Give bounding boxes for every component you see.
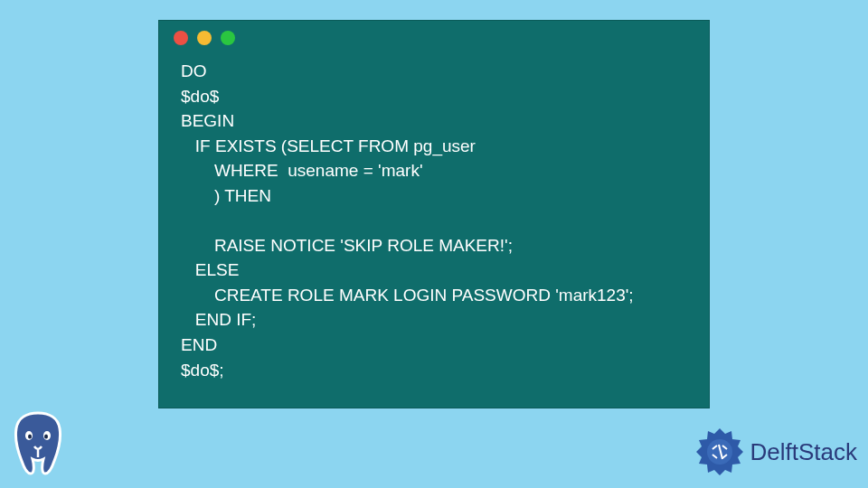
delftstack-badge-icon — [694, 427, 745, 477]
maximize-icon — [221, 31, 235, 45]
brand-name: DelftStack — [750, 438, 858, 466]
code-line: END IF; — [181, 310, 256, 329]
svg-point-2 — [28, 435, 32, 439]
code-line: CREATE ROLE MARK LOGIN PASSWORD 'mark123… — [181, 286, 634, 305]
code-line: IF EXISTS (SELECT FROM pg_user — [181, 136, 476, 155]
code-line: $do$; — [181, 361, 224, 380]
code-block: DO $do$ BEGIN IF EXISTS (SELECT FROM pg_… — [159, 55, 709, 382]
delftstack-logo: DelftStack — [694, 427, 858, 477]
code-line: ) THEN — [181, 186, 271, 205]
code-line: BEGIN — [181, 111, 234, 130]
window-titlebar — [159, 21, 709, 55]
terminal-window: DO $do$ BEGIN IF EXISTS (SELECT FROM pg_… — [158, 20, 710, 408]
code-line: END — [181, 335, 217, 354]
code-line: ELSE — [181, 260, 239, 279]
close-icon — [174, 31, 188, 45]
minimize-icon — [197, 31, 212, 45]
code-line: RAISE NOTICE 'SKIP ROLE MAKER!'; — [181, 236, 513, 255]
postgresql-logo-icon — [5, 408, 71, 483]
code-line: $do$ — [181, 87, 219, 106]
svg-point-3 — [44, 435, 48, 439]
code-line: DO — [181, 61, 207, 80]
code-line: WHERE usename = 'mark' — [181, 161, 423, 180]
